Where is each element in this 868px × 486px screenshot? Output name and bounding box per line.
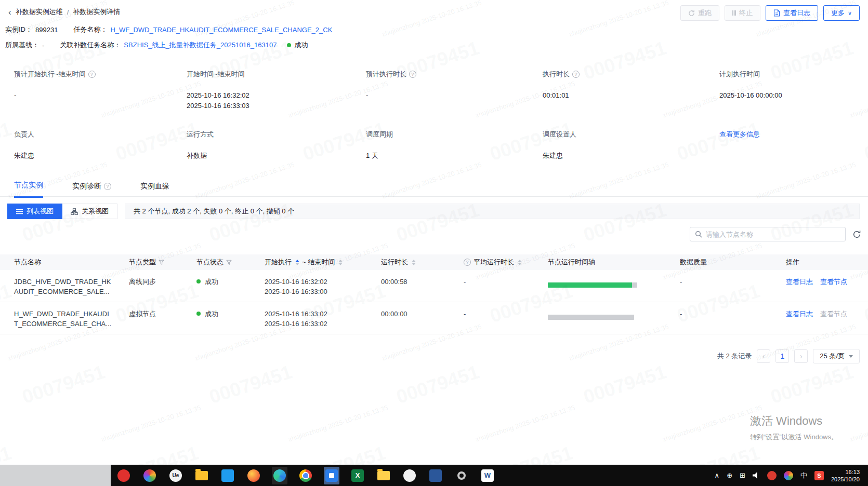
help-icon[interactable]: ?	[409, 71, 416, 78]
view-log-button[interactable]: 查看日志	[766, 5, 818, 21]
help-icon[interactable]: ?	[572, 71, 580, 78]
help-icon[interactable]: ?	[464, 259, 471, 266]
ops-cell: 查看日志 查看节点	[786, 270, 860, 302]
tab-instance-diagnosis[interactable]: 实例诊断?	[72, 181, 111, 198]
excel-icon[interactable]: X	[350, 467, 365, 484]
node-name-cell[interactable]: JDBC_HIVE_DWD_TRADE_HKAUDIT_ECOMMERCE_SA…	[14, 270, 129, 302]
tray-ime-icon[interactable]: 中	[800, 471, 807, 480]
activation-subtitle: 转到“设置”以激活 Windows。	[750, 433, 838, 442]
tray-grid-icon[interactable]: ⊞	[740, 471, 745, 479]
search-row	[690, 227, 861, 241]
run-timeline-bar[interactable]	[548, 315, 634, 320]
explorer-icon[interactable]	[376, 467, 391, 484]
tray-volume-icon[interactable]	[753, 472, 760, 479]
run-timeline-bar[interactable]	[548, 282, 637, 288]
tray-network-icon[interactable]: ⊕	[727, 471, 732, 479]
task-name-label: 任务名称：	[73, 25, 107, 34]
tray-chevron-up-icon[interactable]: ∧	[715, 471, 720, 479]
tray-sogou-icon[interactable]: S	[814, 471, 824, 480]
field-schedule-setter: 调度设置人 朱建忠	[543, 130, 719, 161]
prev-page-button[interactable]: ‹	[757, 349, 770, 363]
list-view-label: 列表视图	[27, 207, 54, 216]
folder-icon[interactable]	[194, 467, 209, 484]
field-value: 补数据	[187, 151, 366, 161]
pause-icon	[732, 10, 736, 16]
view-log-link[interactable]: 查看日志	[786, 277, 813, 302]
view-node-link[interactable]: 查看节点	[820, 277, 847, 302]
field-label: 运行方式	[187, 130, 214, 139]
total-records: 共 2 条记录	[717, 352, 752, 361]
task-name-link[interactable]: H_WF_DWD_TRADE_HKAUDIT_ECOMMERCE_SALE_CH…	[110, 26, 332, 34]
list-view-button[interactable]: 列表视图	[7, 204, 62, 219]
current-page-button[interactable]: 1	[775, 349, 789, 363]
start-end-cell: 2025-10-16 16:33:022025-10-16 16:33:02	[265, 302, 381, 334]
ue-app-icon[interactable]: Ue	[168, 467, 183, 484]
help-icon[interactable]: ?	[104, 183, 111, 190]
tray-red-app-icon[interactable]	[767, 471, 777, 480]
settings-gear-icon[interactable]	[454, 467, 469, 484]
node-type-cell: 虚拟节点	[129, 302, 196, 334]
node-search-input[interactable]	[706, 231, 840, 238]
view-log-link[interactable]: 查看日志	[786, 309, 813, 334]
more-label: 更多	[831, 8, 845, 18]
table-row: JDBC_HIVE_DWD_TRADE_HKAUDIT_ECOMMERCE_SA…	[0, 270, 868, 302]
refresh-icon	[688, 10, 695, 17]
sort-icon[interactable]	[412, 260, 416, 265]
col-node-status: 节点状态	[196, 258, 265, 267]
tab-node-instances[interactable]: 节点实例	[14, 181, 43, 198]
red-app-icon[interactable]	[116, 467, 131, 484]
refresh-list-icon[interactable]	[852, 230, 861, 239]
chrome-browser-icon[interactable]	[298, 467, 313, 484]
terminate-button[interactable]: 终止	[725, 5, 760, 21]
end-time: 2025-10-16 16:33:03	[187, 101, 366, 111]
back-chevron-icon[interactable]: ‹	[8, 8, 11, 17]
detail-row-2: 负责人 朱建忠 运行方式 补数据 调度周期 1 天 调度设置人 朱建忠 查看更多…	[0, 130, 868, 161]
col-avg-duration: ? 平均运行时长	[464, 258, 548, 267]
node-name-cell[interactable]: H_WF_DWD_TRADE_HKAUDIT_ECOMMERCE_SALE_CH…	[14, 302, 129, 334]
page-size-select[interactable]: 25 条/页	[813, 349, 860, 363]
pinwheel-app-icon[interactable]	[142, 467, 157, 484]
orange-browser-icon[interactable]	[246, 467, 261, 484]
word-icon[interactable]: W	[480, 467, 495, 484]
col-timeline: 节点运行时间轴	[548, 258, 680, 267]
instance-info-line2: 所属基线：- 关联补数任务名称： SBZHIS_线上_批量补数据任务_20251…	[5, 40, 308, 50]
filter-icon[interactable]	[226, 260, 232, 265]
view-node-link[interactable]: 查看节点	[820, 309, 847, 334]
field-schedule-cycle: 调度周期 1 天	[366, 130, 543, 161]
breadcrumb: ‹ 补数据实例运维 / 补数据实例详情	[8, 7, 120, 17]
sort-icon[interactable]	[518, 260, 522, 265]
blue-app-icon[interactable]	[428, 467, 443, 484]
more-button[interactable]: 更多 ∨	[823, 5, 860, 21]
sort-icon[interactable]	[338, 260, 343, 265]
help-icon[interactable]: ?	[88, 71, 96, 78]
field-value: 朱建忠	[14, 151, 187, 161]
taskbar-clock[interactable]: 16:13 2025/10/20	[831, 468, 862, 483]
relation-view-button[interactable]: 关系视图	[62, 204, 117, 219]
next-page-button[interactable]: ›	[794, 349, 808, 363]
status-dot	[196, 312, 201, 316]
edge-browser-icon[interactable]	[272, 467, 287, 484]
chevron-down-icon: ∨	[848, 10, 852, 17]
field-label: 执行时长	[543, 70, 570, 79]
col-start-end: 开始执行 ~ 结束时间	[265, 258, 381, 267]
rerun-button[interactable]: 重跑	[680, 5, 719, 21]
white-circle-app-icon[interactable]	[402, 467, 417, 484]
field-label: 预计执行时长	[366, 70, 406, 79]
related-task-link[interactable]: SBZHIS_线上_批量补数据任务_20251016_163107	[124, 40, 277, 50]
timeline-cell	[548, 302, 680, 334]
tray-color-app-icon[interactable]	[784, 471, 793, 480]
baseline-label: 所属基线：	[5, 40, 39, 50]
taskbar-left-area[interactable]	[0, 465, 111, 486]
view-more-info-link[interactable]: 查看更多信息	[719, 130, 760, 138]
field-start-end-time: 开始时间~结束时间 2025-10-16 16:32:022025-10-16 …	[187, 70, 366, 111]
breadcrumb-root[interactable]: 补数据实例运维	[16, 7, 63, 17]
active-app-icon[interactable]	[324, 467, 339, 484]
col-node-name: 节点名称	[14, 258, 129, 267]
sort-icon[interactable]	[295, 260, 299, 265]
tab-instance-lineage[interactable]: 实例血缘	[140, 181, 169, 198]
taskbar-pinned-apps: Ue X W	[116, 467, 495, 484]
pagination: 共 2 条记录 ‹ 1 › 25 条/页	[717, 349, 860, 363]
vscode-icon[interactable]	[220, 467, 235, 484]
filter-icon[interactable]	[159, 260, 164, 265]
activation-title: 激活 Windows	[750, 413, 838, 429]
